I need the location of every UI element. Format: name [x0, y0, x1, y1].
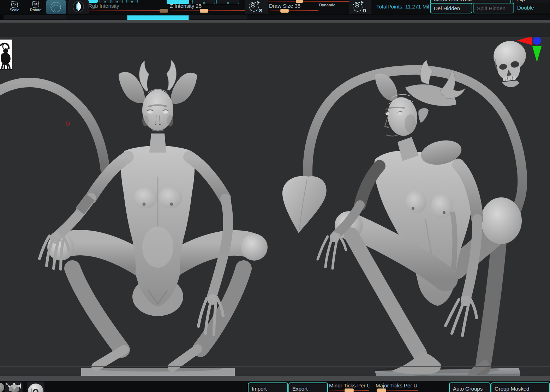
brush-cursor: [66, 122, 70, 125]
draw-size-slider[interactable]: [269, 10, 318, 11]
del-hidden-label: Del Hidden: [434, 5, 460, 11]
stroke-preview-button[interactable]: [68, 0, 89, 14]
sphere-tool-icon: [27, 382, 44, 392]
sphere-brush-icon: [46, 0, 65, 13]
focal-shift-s-icon: [245, 0, 267, 13]
tool-thumbnail-silhouette: [0, 40, 12, 69]
clipped-slider-handle[interactable]: [296, 0, 303, 3]
import-button[interactable]: Import: [248, 382, 288, 392]
import-label: Import: [252, 386, 267, 392]
auto-groups-label: Auto Groups: [453, 386, 483, 392]
z-intensity-handle[interactable]: [200, 9, 208, 13]
rotate-icon: R: [32, 1, 40, 8]
scale-button[interactable]: S Scale: [5, 0, 24, 12]
sculpt-viewport[interactable]: [0, 37, 550, 376]
skull-preview: [492, 39, 530, 89]
group-masked-button[interactable]: Group Masked: [491, 382, 550, 392]
scale-icon: S: [11, 1, 18, 8]
polymesh-cube-icon: [5, 382, 23, 392]
shelf-scroll-strip: [0, 14, 550, 20]
empty-shelf: [0, 23, 550, 37]
left-figure-tail: [0, 82, 105, 170]
sphere-tool-button[interactable]: [27, 382, 44, 392]
clipped-slider-track[interactable]: [262, 1, 352, 2]
split-hidden-label: Split Hidden: [477, 5, 506, 11]
minor-ticks-handle[interactable]: [345, 388, 354, 392]
auto-groups-button[interactable]: Auto Groups: [449, 382, 491, 392]
floor-grid-line: [0, 366, 550, 367]
scale-label: Scale: [5, 8, 24, 12]
export-label: Export: [292, 386, 307, 392]
focal-s-letter: S: [259, 8, 262, 13]
total-points-readout: TotalPoints: 11.271 Mil: [376, 4, 429, 10]
clipped-button[interactable]: [126, 0, 138, 3]
polymesh-cube-tool-button[interactable]: [5, 382, 23, 392]
shelf-scrollbar-thumb[interactable]: [127, 15, 189, 20]
divider: [0, 20, 550, 23]
draw-size-label: Draw Size 35: [269, 3, 300, 9]
focal-shift-s-button[interactable]: S: [245, 0, 268, 14]
rgb-intensity-label: Rgb Intensity: [88, 3, 119, 9]
double-label: Double: [517, 5, 534, 11]
zbrush-window: S Scale R Rotate Rgb Intensity: [0, 0, 550, 392]
bottom-shelf-toolbar: Import Export Minor Ticks Per U Major Ti…: [0, 381, 550, 392]
z-intensity-slider[interactable]: [170, 10, 248, 11]
top-shelf-toolbar: S Scale R Rotate Rgb Intensity: [0, 0, 550, 14]
mirror-and-weld-label: Mirror And Weld: [434, 0, 472, 2]
group-masked-label: Group Masked: [495, 386, 529, 392]
current-brush-button[interactable]: [46, 0, 66, 14]
axis-z-dot[interactable]: [533, 37, 541, 45]
tail-spade: [282, 176, 327, 233]
focal-shift-d-button[interactable]: D: [349, 0, 371, 14]
major-ticks-label: Major Ticks Per U: [376, 382, 419, 388]
export-button[interactable]: Export: [288, 382, 328, 392]
divider: [0, 376, 550, 381]
rotate-button[interactable]: R Rotate: [26, 0, 45, 12]
axis-y-arrow[interactable]: [532, 46, 542, 62]
pedestal-left: [81, 366, 235, 376]
focal-d-letter: D: [363, 8, 366, 13]
z-intensity-label: Z Intensity 25: [170, 3, 202, 9]
sculpt-canvas-svg: [0, 37, 550, 376]
drop-stroke-icon: [69, 0, 88, 13]
tool-thumbnail[interactable]: [0, 40, 12, 69]
clipped-tool-icon[interactable]: [0, 383, 4, 392]
right-figure: [318, 60, 522, 374]
focal-shift-d-icon: [349, 0, 370, 13]
dynamic-label: Dynamic: [319, 3, 335, 7]
rotate-label: Rotate: [26, 8, 45, 12]
rgb-intensity-slider[interactable]: [88, 10, 165, 11]
minor-ticks-label: Minor Ticks Per U: [329, 382, 370, 388]
split-hidden-button[interactable]: Split Hidden: [473, 3, 514, 13]
clipped-button[interactable]: [216, 0, 239, 4]
del-hidden-button[interactable]: Del Hidden: [430, 3, 472, 13]
rgb-intensity-handle[interactable]: [160, 9, 168, 13]
flip-label: Flip: [516, 0, 525, 2]
double-button[interactable]: Double: [514, 3, 550, 13]
draw-size-handle[interactable]: [280, 9, 289, 13]
major-ticks-handle[interactable]: [377, 388, 386, 392]
